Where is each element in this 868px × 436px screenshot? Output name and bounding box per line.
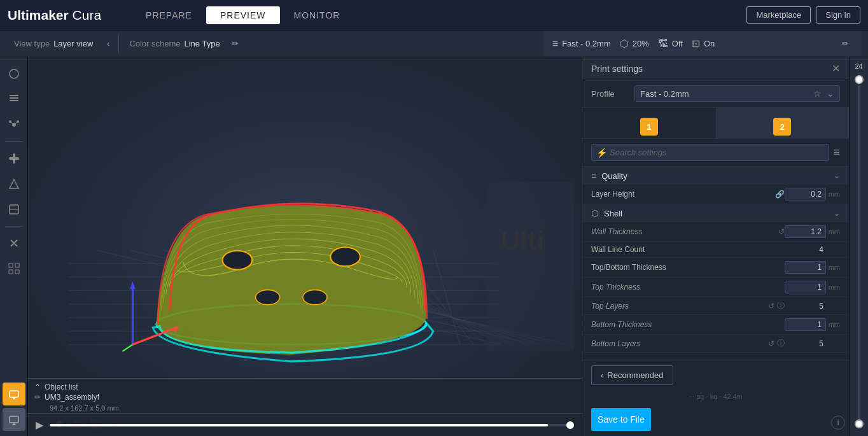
wall-line-count-value: 4 [785,245,826,254]
info-icon[interactable]: ⓘ [777,300,785,311]
print-settings-panel: Print settings ✕ Profile Fast - 0.2mm ☆ … [582,57,849,436]
tab-1-badge: 1 [640,118,658,136]
layer-height-value[interactable]: 0.2 [785,188,826,200]
tab-monitor[interactable]: MONITOR [280,6,354,24]
top-layers-value: 5 [785,302,826,311]
svg-rect-19 [15,270,19,274]
menu-icon[interactable]: ≡ [833,146,840,159]
svg-point-46 [303,290,327,304]
svg-marker-50 [130,281,135,290]
sidebar-icon-notification1[interactable] [3,383,25,405]
top-layers-row: Top Layers ↺ ⓘ 5 [582,297,849,315]
print-bar: ≡ Fast - 0.2mm ⬡ 20% 🏗 Off ⊡ On ✏ [543,31,862,57]
view-type-section: View type Layer view [6,39,101,48]
play-button[interactable]: ▶ [36,419,43,431]
svg-rect-18 [9,270,13,274]
expand-icon: ⌃ [34,383,41,391]
top-bottom-unit: mm [826,264,840,271]
sidebar-icon-notification2[interactable] [3,408,25,431]
sidebar-icon-shapes[interactable] [3,62,25,85]
top-thickness-value[interactable]: 1 [785,281,826,293]
top-thickness-row: Top Thickness 1 mm [582,278,849,297]
link-icon[interactable]: 🔗 [775,190,785,199]
slider-handle-bottom[interactable] [855,419,864,428]
layer-progress-bar[interactable] [50,424,574,426]
view-type-chevron[interactable]: ‹ [101,36,116,52]
svg-rect-1 [10,97,18,99]
tab-2[interactable]: 2 [716,108,850,138]
shell-title: Shell [604,209,829,218]
wall-thickness-value[interactable]: 1.2 [785,225,826,238]
svg-text:Ulti: Ulti [501,226,544,256]
tab-1[interactable]: 1 [582,108,716,138]
color-scheme-edit[interactable]: ✏ [228,36,243,52]
top-layers-label: Top Layers [591,302,768,311]
tab-preview[interactable]: PREVIEW [206,6,280,24]
quality-section-header[interactable]: ≡ Quality ⌄ [582,167,849,185]
shell-section-header[interactable]: ⬡ Shell ⌄ [582,204,849,222]
quality-icon: ≡ [591,171,596,181]
recommended-button[interactable]: ‹ Recommended [591,365,673,385]
infill-indicator: ⬡ 20% [620,38,649,50]
layer-height-row: Layer Height 🔗 0.2 mm [582,185,849,204]
svg-rect-10 [9,157,19,160]
reset-icon[interactable]: ↺ [778,227,785,236]
info-icon-2[interactable]: ⓘ [777,338,785,349]
signin-button[interactable]: Sign in [816,6,860,24]
sidebar-icon-tool4[interactable] [3,232,25,255]
chevron-down-icon[interactable]: ⌄ [827,88,834,99]
svg-line-49 [123,344,133,351]
edit-pencil-icon: ✏ [34,393,41,402]
quality-title: Quality [601,171,829,181]
settings-footer: ‹ Recommended [582,360,849,390]
svg-rect-2 [10,100,18,101]
layer-height-unit: mm [826,190,840,198]
secondbar: View type Layer view ‹ Color scheme Line… [0,31,868,57]
svg-point-0 [10,69,18,78]
save-section: Save to File [582,403,849,436]
sidebar-icon-tool2[interactable] [3,172,25,195]
marketplace-button[interactable]: Marketplace [746,6,811,24]
layer-slider[interactable]: 24 [849,57,868,436]
layer-height-label: Layer Height [591,190,775,199]
svg-rect-3 [10,95,18,96]
sidebar-icon-molecule[interactable] [3,113,25,136]
save-to-file-button[interactable]: Save to File [591,408,651,431]
bottom-layers-row: Bottom Layers ↺ ⓘ 5 [582,335,849,353]
sidebar-separator1 [5,141,23,142]
svg-rect-22 [10,416,18,423]
reset-icon-2[interactable]: ↺ [768,302,774,311]
quality-chevron: ⌄ [834,171,840,180]
print-settings-title: Print settings [591,64,643,74]
profile-name: Fast - 0.2mm [562,39,611,48]
sidebar-icon-tool1[interactable] [3,147,25,170]
settings-tabs: 1 2 [582,108,849,139]
object-list-label: Object list [45,383,78,391]
close-button[interactable]: ✕ [832,62,840,74]
sidebar-icon-tool3[interactable] [3,198,25,221]
bottom-thickness-row: Bottom Thickness 1 mm [582,315,849,335]
info-button[interactable]: i [831,416,845,430]
slider-handle-top[interactable] [855,75,864,84]
svg-point-43 [223,251,253,270]
profile-label: Profile [591,89,629,99]
reset-icon-3[interactable]: ↺ [768,339,774,348]
bottom-thickness-value[interactable]: 1 [785,318,826,331]
search-input[interactable] [591,144,829,161]
tab-prepare[interactable]: PREPARE [132,6,206,24]
sidebar-icon-layers[interactable] [3,88,25,111]
viewport[interactable]: Ulti ⌃ Object list ✏ UM3_assemblyf 94.2 … [28,57,582,436]
slider-track[interactable] [858,75,860,428]
settings-body: ≡ Quality ⌄ Layer Height 🔗 0.2 mm ⬡ Shel… [582,167,849,360]
top-bottom-thickness-value[interactable]: 1 [785,261,826,274]
color-scheme-value: Line Type [184,39,220,48]
star-icon[interactable]: ☆ [813,88,822,99]
profile-select[interactable]: Fast - 0.2mm ☆ ⌄ [634,85,840,102]
color-scheme-label: Color scheme [129,39,180,48]
svg-point-44 [330,248,360,267]
profile-icon: ≡ [552,38,558,50]
profile-icons: ☆ ⌄ [813,88,834,99]
print-bar-edit[interactable]: ✏ [837,36,853,52]
sidebar-icon-grid[interactable] [3,257,25,280]
object-list-header[interactable]: ⌃ Object list [34,383,575,391]
